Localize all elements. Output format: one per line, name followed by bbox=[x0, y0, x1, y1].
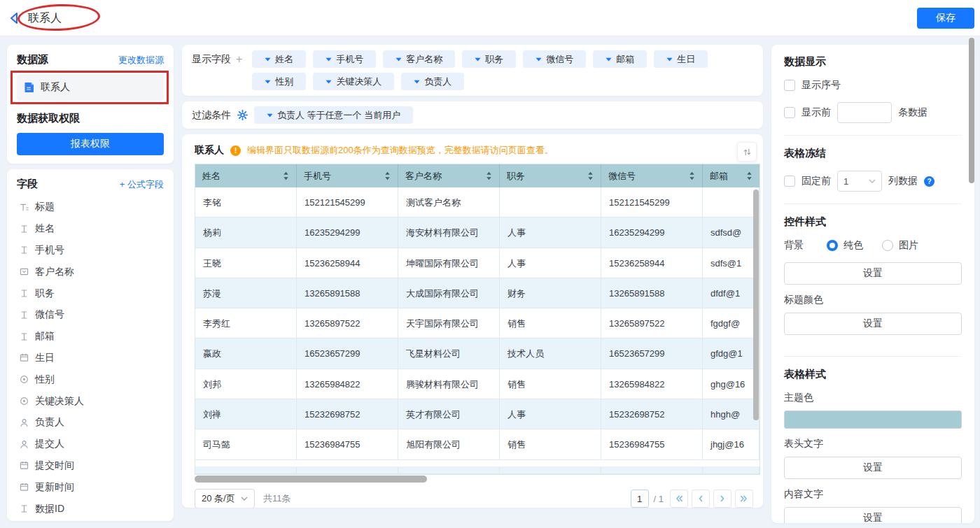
field-item-label: 生日 bbox=[35, 352, 55, 364]
field-item-1[interactable]: 姓名 bbox=[17, 218, 164, 240]
add-formula-field-link[interactable]: + 公式字段 bbox=[120, 178, 164, 191]
title-color-set-button[interactable]: 设置 bbox=[784, 313, 962, 335]
sort-toggle-button[interactable] bbox=[737, 142, 757, 162]
display-field-chips: 姓名手机号客户名称职务微信号邮箱生日性别关键决策人负责人 bbox=[252, 50, 753, 90]
field-item-7[interactable]: 生日 bbox=[17, 348, 164, 369]
title-color-label: 标题颜色 bbox=[784, 294, 962, 306]
image-radio[interactable] bbox=[882, 240, 893, 251]
field-item-13[interactable]: 更新时间 bbox=[17, 476, 164, 498]
table-footer: 20 条/页 共11条 1 / 1 bbox=[182, 483, 763, 508]
table-cell: 技术人员 bbox=[500, 338, 601, 369]
field-item-6[interactable]: 邮箱 bbox=[17, 326, 164, 348]
column-header-3[interactable]: 职务 bbox=[500, 164, 601, 187]
display-fields-label: 显示字段 bbox=[192, 53, 231, 66]
builder-main: 显示字段 + 姓名手机号客户名称职务微信号邮箱生日性别关键决策人负责人 过滤条件… bbox=[182, 45, 763, 508]
display-field-chip-1[interactable]: 手机号 bbox=[313, 50, 376, 68]
column-header-0[interactable]: 姓名 bbox=[195, 164, 297, 187]
back-icon[interactable] bbox=[9, 12, 20, 24]
display-field-chip-6[interactable]: 生日 bbox=[654, 50, 708, 68]
chevron-down-icon bbox=[326, 57, 332, 62]
filter-condition-chip[interactable]: 负责人 等于任意一个 当前用户 bbox=[254, 106, 413, 124]
last-page-button[interactable] bbox=[735, 490, 753, 508]
first-page-button[interactable] bbox=[670, 490, 688, 508]
text-field-icon bbox=[19, 332, 29, 341]
display-field-chip-9[interactable]: 负责人 bbox=[401, 73, 464, 90]
theme-color-label: 主题色 bbox=[784, 392, 962, 404]
divider bbox=[784, 135, 962, 136]
show-index-checkbox[interactable] bbox=[784, 80, 795, 91]
display-field-chip-8[interactable]: 关键决策人 bbox=[313, 73, 394, 90]
datasource-item[interactable]: 联系人 bbox=[17, 74, 164, 101]
fields-list: 标题姓名手机号客户名称职务微信号邮箱生日性别关键决策人负责人提交人提交时间更新时… bbox=[17, 197, 164, 520]
field-item-11[interactable]: 提交人 bbox=[17, 434, 164, 455]
field-item-9[interactable]: 关键决策人 bbox=[17, 390, 164, 412]
field-item-14[interactable]: 数据ID bbox=[17, 498, 164, 520]
column-header-label: 职务 bbox=[507, 170, 525, 183]
prev-page-button[interactable] bbox=[692, 490, 710, 508]
help-icon[interactable]: ? bbox=[924, 176, 934, 187]
title-field-icon bbox=[19, 203, 29, 212]
table-cell: sdfsd@ bbox=[703, 217, 760, 248]
freeze-columns-checkbox[interactable] bbox=[784, 176, 795, 187]
display-field-chip-3[interactable]: 职务 bbox=[462, 50, 516, 68]
field-item-12[interactable]: 提交时间 bbox=[17, 455, 164, 477]
chevron-down-icon bbox=[241, 497, 248, 501]
field-item-5[interactable]: 微信号 bbox=[17, 304, 164, 326]
show-first-checkbox[interactable] bbox=[784, 107, 795, 118]
table-row-2: 王晓15236258944坤曜国际有限公司人事15236258944sdfs@1 bbox=[195, 248, 760, 278]
warning-icon: ! bbox=[230, 145, 241, 156]
column-header-label: 客户名称 bbox=[405, 170, 442, 183]
table-cell: 李铭 bbox=[195, 187, 297, 217]
table-cell: 16523657299 bbox=[601, 338, 703, 369]
column-header-5[interactable]: 邮箱 bbox=[703, 164, 760, 187]
display-field-chip-4[interactable]: 微信号 bbox=[523, 50, 586, 68]
table-vertical-scrollbar[interactable] bbox=[753, 190, 759, 420]
sort-carets-icon bbox=[746, 171, 752, 180]
display-field-chip-5[interactable]: 邮箱 bbox=[593, 50, 647, 68]
show-first-count-input[interactable] bbox=[837, 102, 892, 123]
save-button[interactable]: 保存 bbox=[917, 8, 974, 29]
filter-settings-gear-icon[interactable] bbox=[237, 110, 248, 120]
total-count: 共11条 bbox=[263, 492, 291, 505]
field-item-label: 提交时间 bbox=[35, 459, 74, 472]
field-item-2[interactable]: 手机号 bbox=[17, 240, 164, 262]
column-header-4[interactable]: 微信号 bbox=[601, 164, 703, 187]
freeze-columns-select[interactable]: 1 bbox=[837, 171, 882, 192]
table-horizontal-scrollbar[interactable] bbox=[195, 476, 427, 483]
solid-color-radio[interactable] bbox=[827, 240, 838, 251]
field-item-0[interactable]: 标题 bbox=[17, 197, 164, 218]
field-item-3[interactable]: 客户名称 bbox=[17, 261, 164, 283]
next-page-button[interactable] bbox=[713, 490, 732, 508]
column-header-1[interactable]: 手机号 bbox=[297, 164, 398, 187]
field-item-label: 标题 bbox=[35, 201, 55, 213]
report-permission-button[interactable]: 报表权限 bbox=[17, 133, 164, 155]
field-item-label: 负责人 bbox=[35, 416, 64, 429]
radio-field-icon bbox=[19, 375, 29, 384]
add-display-field-button[interactable]: + bbox=[236, 53, 242, 66]
page-scrollbar[interactable] bbox=[969, 38, 974, 183]
chip-label: 客户名称 bbox=[406, 53, 442, 66]
table-cell: 销售 bbox=[500, 369, 601, 399]
display-field-chip-7[interactable]: 性别 bbox=[252, 73, 306, 90]
table-title: 联系人 bbox=[195, 144, 224, 157]
field-item-8[interactable]: 性别 bbox=[17, 369, 164, 390]
table-body: 李铭152121545299测试客户名称152121545299杨莉162352… bbox=[195, 187, 760, 466]
theme-color-swatch[interactable] bbox=[784, 411, 962, 429]
field-item-10[interactable]: 负责人 bbox=[17, 412, 164, 434]
display-field-chip-0[interactable]: 姓名 bbox=[252, 50, 306, 68]
page-size-select[interactable]: 20 条/页 bbox=[195, 489, 255, 508]
background-set-button[interactable]: 设置 bbox=[784, 262, 962, 285]
datasource-panel: 数据源 更改数据源 联系人 数据获取权限 报表权限 bbox=[7, 45, 174, 164]
column-header-2[interactable]: 客户名称 bbox=[398, 164, 500, 187]
display-field-chip-2[interactable]: 客户名称 bbox=[383, 50, 455, 68]
current-page-input[interactable]: 1 bbox=[631, 490, 649, 508]
date-field-icon bbox=[19, 483, 29, 492]
field-item-4[interactable]: 职务 bbox=[17, 283, 164, 304]
text-field-icon bbox=[19, 504, 29, 513]
change-datasource-link[interactable]: 更改数据源 bbox=[118, 54, 164, 66]
header-text-set-button[interactable]: 设置 bbox=[784, 457, 962, 479]
column-header-label: 邮箱 bbox=[710, 170, 728, 183]
fields-heading: 字段 bbox=[17, 178, 38, 191]
content-text-set-button[interactable]: 设置 bbox=[784, 507, 962, 523]
table-row-7: 刘禅15232698752英才有限公司人事15232698752hhgh@ bbox=[195, 399, 760, 429]
